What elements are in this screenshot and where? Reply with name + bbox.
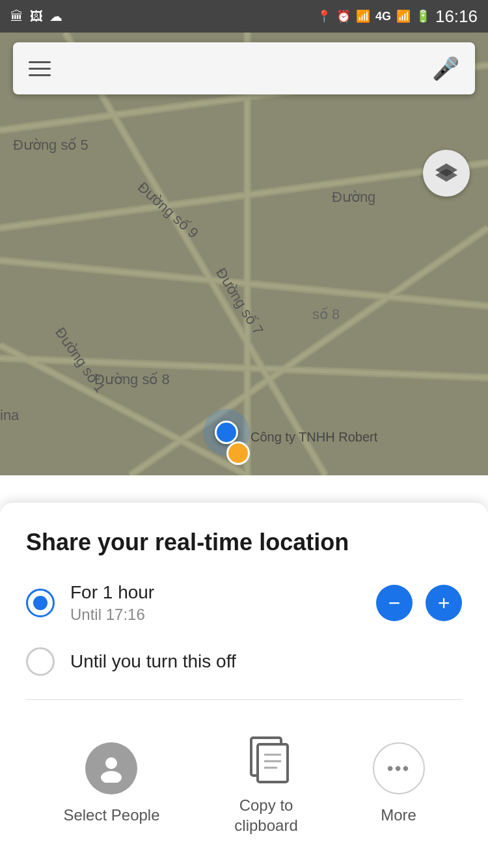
radio-text-until-off: Until you turn this off	[70, 651, 462, 672]
person-icon	[85, 742, 137, 794]
more-icon: •••	[373, 742, 425, 794]
more-label: More	[381, 805, 416, 825]
select-people-button[interactable]: Select People	[63, 742, 159, 825]
image-icon: 🖼	[30, 9, 43, 24]
copy-clipboard-label: Copy toclipboard	[234, 795, 297, 835]
copy-icon	[240, 733, 292, 785]
bottom-sheet: Share your real-time location For 1 hour…	[0, 503, 488, 868]
copy-clipboard-button[interactable]: Copy toclipboard	[234, 733, 297, 835]
battery-icon: 🔋	[416, 9, 430, 23]
sheet-title: Share your real-time location	[26, 529, 462, 556]
layers-button[interactable]	[423, 150, 470, 197]
hamburger-line-2	[29, 68, 51, 70]
hamburger-line-1	[29, 61, 51, 63]
mic-icon[interactable]: 🎤	[432, 55, 459, 81]
location-icon: 📍	[317, 9, 331, 23]
increment-button[interactable]: +	[426, 585, 462, 621]
status-bar-right-icons: 📍 ⏰ 📶 4G 📶 🔋 16:16	[317, 7, 478, 27]
map-label-duong: Đường	[332, 189, 375, 206]
radio-until-off[interactable]	[26, 647, 55, 676]
radio-inner-for-1-hour	[33, 596, 47, 610]
status-time: 16:16	[435, 7, 478, 27]
map-label-ina: ina	[0, 407, 19, 424]
option-for-1-hour[interactable]: For 1 hour Until 17:16 − +	[26, 582, 462, 624]
status-bar-left-icons: 🏛 🖼 ☁	[10, 8, 62, 24]
user-location-dot	[215, 421, 238, 444]
radio-sub-for-1-hour: Until 17:16	[70, 606, 376, 624]
alarm-icon: ⏰	[336, 9, 351, 23]
select-people-label: Select People	[63, 805, 159, 825]
radio-text-for-1-hour: For 1 hour Until 17:16	[70, 582, 376, 624]
place-marker	[226, 441, 250, 465]
svg-rect-22	[258, 744, 288, 782]
signal-icon: 📶	[356, 9, 370, 23]
notification-icon: 🏛	[10, 9, 23, 24]
status-bar: 🏛 🖼 ☁ 📍 ⏰ 📶 4G 📶 🔋 16:16	[0, 0, 488, 33]
4g-label: 4G	[375, 10, 391, 23]
divider	[26, 699, 462, 700]
menu-button[interactable]	[29, 61, 51, 76]
map-label-duong-so-5: Đường số 5	[13, 137, 88, 154]
map-label-cong-ty: Công ty TNHH Robert	[251, 430, 377, 445]
more-button[interactable]: ••• More	[373, 742, 425, 825]
search-input[interactable]	[66, 57, 432, 79]
signal2-icon: 📶	[396, 9, 411, 23]
radio-main-for-1-hour: For 1 hour	[70, 582, 376, 603]
cloud-icon: ☁	[49, 8, 62, 24]
decrement-button[interactable]: −	[376, 585, 413, 621]
map-label-so8: số 8	[312, 306, 340, 323]
svg-point-19	[105, 757, 117, 769]
svg-point-20	[101, 771, 122, 783]
action-row: Select People Copy toclipboard	[26, 726, 462, 848]
option-until-off[interactable]: Until you turn this off	[26, 647, 462, 676]
duration-controls: − +	[376, 585, 462, 621]
hamburger-line-3	[29, 74, 51, 76]
radio-main-until-off: Until you turn this off	[70, 651, 462, 672]
map-area[interactable]: Đường số 5 Đường số 9 Đường Đường số 7 Đ…	[0, 33, 488, 475]
radio-for-1-hour[interactable]	[26, 589, 55, 617]
search-bar[interactable]: 🎤	[13, 42, 475, 94]
